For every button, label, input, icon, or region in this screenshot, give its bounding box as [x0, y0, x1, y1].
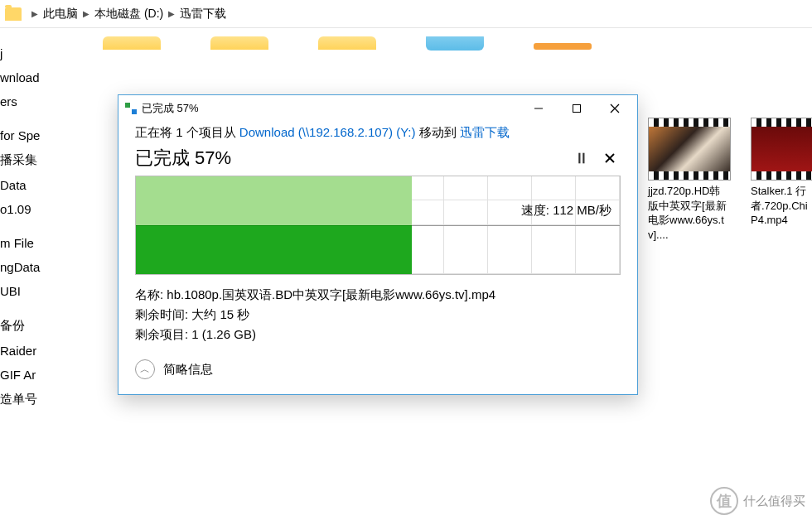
video-thumbnails: jjzd.720p.HD韩版中英双字[最新电影www.66ys.tv].... … — [648, 118, 812, 242]
minimize-button[interactable] — [520, 96, 558, 121]
file-name: hb.1080p.国英双语.BD中英双字[最新电影www.66ys.tv].mp… — [167, 287, 495, 301]
sidebar-item[interactable]: 备份 — [0, 313, 45, 339]
sidebar-item[interactable]: GIF Ar — [0, 363, 45, 387]
dialog-title: 已完成 57% — [142, 101, 199, 116]
breadcrumb-item[interactable]: 本地磁盘 (D:) — [94, 7, 163, 22]
watermark-badge-icon: 值 — [710, 487, 738, 515]
titlebar[interactable]: 已完成 57% — [118, 95, 637, 122]
progress-bar: 速度: 112 MB/秒 — [135, 176, 621, 275]
chevron-right-icon: ▶ — [31, 9, 38, 18]
file-pane[interactable]: jjzd.720p.HD韩版中英双字[最新电影www.66ys.tv].... … — [45, 28, 812, 520]
folder-icon[interactable] — [318, 36, 376, 50]
folder-icon[interactable] — [534, 43, 592, 50]
sidebar-item[interactable]: Data — [0, 173, 45, 197]
sidebar-item[interactable]: Raider — [0, 339, 45, 363]
sidebar-item — [0, 113, 45, 123]
watermark: 值 什么值得买 — [710, 487, 805, 515]
folder-icon[interactable] — [210, 36, 268, 50]
chevron-up-icon: ︿ — [135, 359, 155, 379]
file-item[interactable]: jjzd.720p.HD韩版中英双字[最新电影www.66ys.tv].... — [648, 118, 731, 242]
sidebar-item[interactable]: for Spe — [0, 123, 45, 147]
folder-icon[interactable] — [426, 36, 484, 51]
breadcrumb-item[interactable]: 迅雷下载 — [180, 7, 226, 22]
folder-row — [45, 36, 812, 53]
file-caption: jjzd.720p.HD韩版中英双字[最新电影www.66ys.tv].... — [648, 184, 731, 242]
sidebar-item[interactable]: 播采集 — [0, 147, 45, 173]
sidebar-item — [0, 303, 45, 313]
breadcrumb-item[interactable]: 此电脑 — [43, 7, 78, 22]
chevron-right-icon: ▶ — [83, 9, 89, 18]
pause-button[interactable]: ⅠⅠ — [571, 147, 592, 169]
sidebar-item[interactable]: UBI — [0, 279, 45, 303]
video-thumbnail-icon — [751, 118, 812, 181]
sidebar-item[interactable]: ngData — [0, 255, 45, 279]
video-thumbnail-icon — [648, 118, 731, 181]
maximize-button[interactable] — [558, 96, 596, 121]
sidebar-item[interactable]: o1.09 — [0, 197, 45, 221]
move-icon — [125, 103, 137, 114]
fewer-details-toggle[interactable]: ︿ 简略信息 — [135, 359, 621, 379]
sidebar-item[interactable]: ers — [0, 89, 45, 113]
file-caption: Stalker.1 行者.720p.Chi P4.mp4 — [751, 184, 812, 228]
file-copy-dialog: 已完成 57% 正在将 1 个项目从 Download (\\192.168.2… — [118, 94, 638, 395]
watermark-text: 什么值得买 — [743, 494, 805, 509]
move-description: 正在将 1 个项目从 Download (\\192.168.2.107) (Y… — [135, 125, 621, 141]
svg-rect-1 — [573, 105, 581, 113]
items-remaining: 1 (1.26 GB) — [191, 327, 256, 341]
close-button[interactable] — [596, 96, 634, 121]
sidebar-item[interactable]: wnload — [0, 65, 45, 89]
sidebar-item[interactable]: m File — [0, 231, 45, 255]
chevron-right-icon: ▶ — [168, 9, 175, 18]
sidebar: j wnload ers for Spe 播采集 Data o1.09 m Fi… — [0, 28, 45, 520]
folder-icon[interactable] — [103, 36, 161, 50]
folder-icon — [5, 7, 22, 21]
cancel-button[interactable] — [599, 147, 621, 169]
progress-status: 已完成 57% — [135, 146, 564, 171]
transfer-details: 名称: hb.1080p.国英双语.BD中英双字[最新电影www.66ys.tv… — [135, 285, 621, 344]
file-item[interactable]: Stalker.1 行者.720p.Chi P4.mp4 — [751, 118, 812, 242]
speed-readout: 速度: 112 MB/秒 — [521, 203, 611, 219]
destination-link[interactable]: 迅雷下载 — [460, 125, 510, 139]
source-link[interactable]: Download (\\192.168.2.107) (Y:) — [239, 125, 416, 139]
breadcrumb: ▶ 此电脑 ▶ 本地磁盘 (D:) ▶ 迅雷下载 — [0, 0, 812, 28]
time-remaining: 大约 15 秒 — [191, 307, 249, 321]
sidebar-item[interactable]: j — [0, 41, 45, 65]
sidebar-item — [0, 221, 45, 231]
sidebar-item[interactable]: 造单号 — [0, 387, 45, 412]
